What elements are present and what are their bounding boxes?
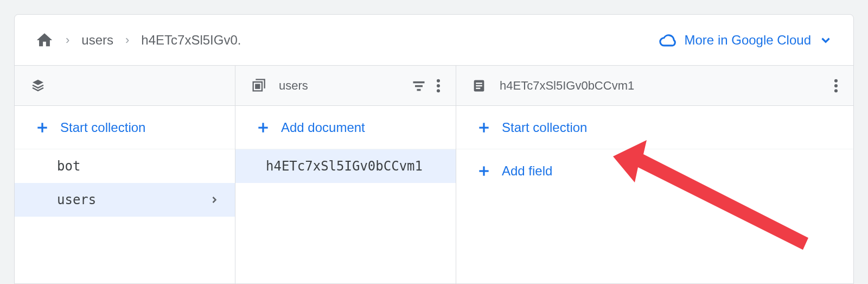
documents-column-header: users xyxy=(235,66,456,106)
more-menu-icon[interactable] xyxy=(834,78,838,93)
database-root-icon xyxy=(30,78,46,94)
fields-column-title: h4ETc7xSl5IGv0bCCvm1 xyxy=(500,79,634,93)
plus-icon xyxy=(477,164,491,178)
svg-rect-12 xyxy=(476,83,482,84)
top-bar: › users › h4ETc7xSl5IGv0. More in Google… xyxy=(15,15,853,66)
start-subcollection-label: Start collection xyxy=(502,120,587,135)
breadcrumb-separator-icon: › xyxy=(66,33,69,47)
svg-rect-4 xyxy=(415,85,423,87)
document-item-label: h4ETc7xSl5IGv0bCCvm1 xyxy=(266,159,423,174)
start-subcollection-button[interactable]: Start collection xyxy=(456,106,853,149)
collection-icon xyxy=(251,78,266,93)
add-document-button[interactable]: Add document xyxy=(235,106,456,149)
document-item[interactable]: h4ETc7xSl5IGv0bCCvm1 xyxy=(235,149,456,183)
plus-icon xyxy=(35,121,49,135)
add-document-label: Add document xyxy=(281,120,365,135)
add-field-label: Add field xyxy=(502,163,552,179)
fields-column: h4ETc7xSl5IGv0bCCvm1 Start collection Ad… xyxy=(456,66,853,283)
fields-column-header: h4ETc7xSl5IGv0bCCvm1 xyxy=(456,66,853,106)
svg-point-7 xyxy=(437,84,440,87)
breadcrumb-item-users[interactable]: users xyxy=(81,33,113,48)
svg-point-6 xyxy=(437,79,440,82)
home-icon[interactable] xyxy=(35,31,54,49)
more-menu-icon[interactable] xyxy=(436,78,441,93)
svg-point-16 xyxy=(834,84,838,87)
root-column: Start collection bot users xyxy=(15,66,235,283)
chevron-right-icon xyxy=(209,194,220,205)
svg-rect-5 xyxy=(417,89,421,91)
svg-rect-2 xyxy=(255,84,260,89)
breadcrumb-item-document[interactable]: h4ETc7xSl5IGv0. xyxy=(141,33,241,48)
collection-item-label: bot xyxy=(57,159,80,174)
start-collection-button[interactable]: Start collection xyxy=(15,106,235,149)
more-in-google-cloud-label: More in Google Cloud xyxy=(685,33,811,48)
breadcrumb: › users › h4ETc7xSl5IGv0. xyxy=(35,31,241,49)
svg-rect-14 xyxy=(476,87,480,89)
add-field-button[interactable]: Add field xyxy=(456,149,853,193)
filter-icon[interactable] xyxy=(411,78,426,93)
chevron-down-icon xyxy=(819,33,833,47)
svg-point-17 xyxy=(834,89,838,92)
more-in-google-cloud-link[interactable]: More in Google Cloud xyxy=(659,33,833,48)
svg-point-8 xyxy=(437,89,440,92)
svg-rect-13 xyxy=(476,85,482,86)
plus-icon xyxy=(477,121,491,135)
collection-item-bot[interactable]: bot xyxy=(15,149,235,183)
svg-rect-3 xyxy=(413,81,425,83)
root-column-header xyxy=(15,66,235,106)
collection-item-users[interactable]: users xyxy=(15,183,235,217)
plus-icon xyxy=(256,121,270,135)
start-collection-label: Start collection xyxy=(60,120,145,135)
document-icon xyxy=(471,78,487,93)
documents-column-title: users xyxy=(279,79,308,93)
firestore-panel: › users › h4ETc7xSl5IGv0. More in Google… xyxy=(14,14,854,284)
cloud-icon xyxy=(659,33,677,47)
svg-point-15 xyxy=(834,79,838,82)
columns: Start collection bot users users xyxy=(15,66,853,283)
documents-column: users Add document h4ETc7xSl5IGv0bCCvm1 xyxy=(235,66,456,283)
collection-item-label: users xyxy=(57,192,96,207)
breadcrumb-separator-icon: › xyxy=(125,33,129,47)
